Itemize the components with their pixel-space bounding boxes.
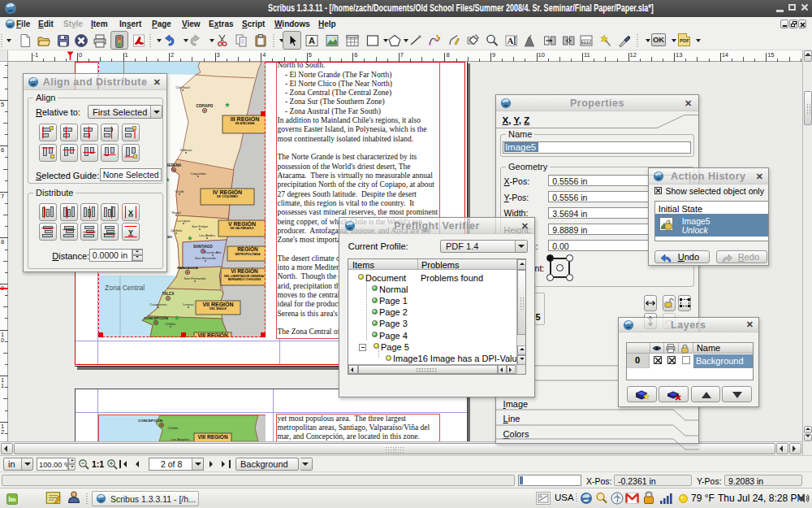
svg-text:lm: lm xyxy=(9,496,16,503)
svg-text:X: X xyxy=(128,209,133,217)
svg-text:A: A xyxy=(508,36,514,46)
svg-text:A: A xyxy=(309,36,315,46)
svg-text:CONCEPCIÓN: CONCEPCIÓN xyxy=(138,419,162,423)
svg-text:Y: Y xyxy=(128,228,133,237)
svg-text:Chillán: Chillán xyxy=(168,426,179,430)
svg-text:VIII REGIÓN: VIII REGIÓN xyxy=(197,433,228,440)
